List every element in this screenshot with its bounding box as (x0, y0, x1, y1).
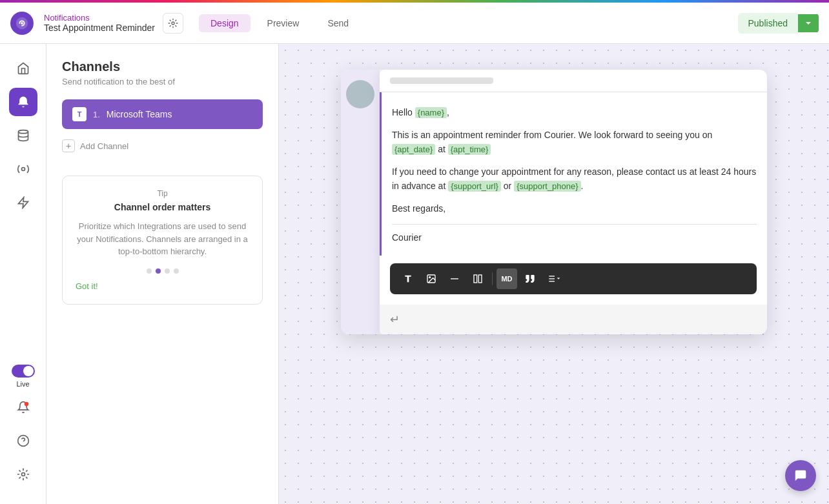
sidebar-bottom: Live (9, 365, 37, 494)
published-label[interactable]: Published (738, 13, 799, 34)
channel-name: Microsoft Teams (107, 109, 172, 119)
sidebar-item-settings[interactable] (9, 460, 37, 489)
chat-line2-mid: or (501, 181, 514, 191)
toolbar-quote-icon[interactable] (520, 268, 540, 289)
published-button[interactable]: Published (738, 13, 819, 34)
toolbar-image-icon[interactable] (421, 268, 442, 289)
var-support-phone: {support_phone} (514, 181, 580, 192)
var-apt-date: {apt_date} (392, 144, 435, 155)
svg-point-6 (24, 402, 28, 407)
got-it-button[interactable]: Got it! (76, 281, 249, 291)
svg-point-10 (429, 276, 431, 277)
tip-label: Tip (76, 189, 249, 198)
breadcrumb-child: Test Appointment Reminder (44, 23, 155, 33)
chat-card: Hello {name}, This is an appointment rem… (380, 70, 767, 334)
toolbar-divider-icon[interactable] (444, 268, 465, 289)
chat-header-bar (380, 70, 767, 92)
settings-button[interactable] (163, 13, 183, 34)
chat-line1-mid: at (435, 144, 447, 154)
tip-title: Channel order matters (76, 202, 249, 212)
svg-point-4 (21, 168, 25, 171)
tip-dot-4 (174, 268, 179, 274)
tab-design[interactable]: Design (199, 14, 251, 32)
main-tabs: Design Preview Send (199, 14, 360, 32)
microsoft-teams-channel[interactable]: T 1. Microsoft Teams (62, 99, 263, 129)
chat-line2-end: . (581, 181, 584, 191)
chat-line2: If you need to change your appointment f… (392, 165, 757, 194)
tip-dot-3 (165, 268, 170, 274)
tab-send[interactable]: Send (316, 14, 360, 32)
toolbar-separator (492, 272, 493, 285)
chat-frame: Hello {name}, This is an appointment rem… (341, 70, 767, 334)
chat-message-body[interactable]: Hello {name}, This is an appointment rem… (380, 92, 767, 256)
chat-greeting-line: Hello {name}, (392, 105, 757, 120)
sidebar-item-automations[interactable] (9, 188, 37, 217)
chat-header-placeholder (390, 77, 493, 84)
chat-line1: This is an appointment reminder from Cou… (392, 128, 757, 157)
main-canvas: Hello {name}, This is an appointment rem… (279, 44, 829, 504)
toolbar-text-icon[interactable] (398, 268, 418, 289)
toolbar-list-icon[interactable] (543, 268, 564, 289)
left-sidebar: Live (0, 44, 46, 504)
message-toolbar: MD (390, 263, 757, 294)
tip-dots (76, 268, 249, 274)
live-label: Live (16, 380, 29, 388)
svg-rect-12 (474, 275, 477, 283)
chat-support-button[interactable] (785, 460, 816, 491)
tip-card: Tip Channel order matters Prioritize whi… (62, 176, 263, 305)
logo[interactable] (10, 12, 34, 35)
chat-divider (392, 224, 757, 225)
chat-regards: Best regards, (392, 201, 757, 216)
channel-number: 1. (93, 110, 100, 119)
toolbar-markdown-icon[interactable]: MD (496, 268, 517, 289)
sidebar-item-bell[interactable] (9, 393, 37, 421)
var-name: {name} (415, 107, 447, 118)
chat-greeting-text: Hello (392, 107, 415, 117)
channels-title: Channels (62, 59, 263, 74)
toolbar-columns-icon[interactable] (467, 268, 488, 289)
add-channel-button[interactable]: + Add Channel (62, 137, 263, 155)
add-channel-plus-icon: + (62, 139, 75, 152)
sidebar-item-data[interactable] (9, 121, 37, 150)
ms-teams-icon: T (72, 107, 87, 121)
reply-icon[interactable]: ↵ (390, 312, 400, 327)
svg-rect-13 (478, 275, 482, 283)
svg-point-8 (21, 473, 25, 476)
header: Notifications Test Appointment Reminder … (0, 3, 829, 44)
chat-reply-area: ↵ (380, 305, 767, 334)
live-toggle[interactable]: Live (12, 365, 35, 388)
add-channel-label: Add Channel (80, 141, 128, 151)
breadcrumb: Notifications Test Appointment Reminder (44, 13, 155, 33)
toggle-switch[interactable] (12, 365, 35, 378)
tip-dot-2 (156, 268, 161, 274)
svg-point-2 (172, 22, 174, 25)
breadcrumb-parent[interactable]: Notifications (44, 13, 155, 23)
chat-signature: Courier (392, 232, 757, 243)
chat-avatar-column (341, 70, 380, 334)
published-caret[interactable] (798, 14, 819, 32)
var-support-url: {support_url} (448, 181, 501, 192)
main-layout: Live Channel (0, 44, 829, 504)
sidebar-item-notifications[interactable] (9, 88, 37, 116)
svg-marker-5 (18, 197, 28, 208)
channels-panel: Channels Send notification to the best o… (46, 44, 279, 504)
tip-body: Prioritize which Integrations are used t… (76, 220, 249, 258)
sidebar-item-integrations[interactable] (9, 155, 37, 183)
tip-dot-1 (147, 268, 152, 274)
svg-point-1 (21, 22, 23, 25)
var-apt-time: {apt_time} (448, 144, 491, 155)
sidebar-item-help[interactable] (9, 427, 37, 455)
channels-subtitle: Send notification to the best of (62, 77, 263, 86)
chat-line1-text: This is an appointment reminder from Cou… (392, 130, 712, 140)
avatar (346, 80, 374, 108)
tab-preview[interactable]: Preview (256, 14, 311, 32)
sidebar-item-home[interactable] (9, 54, 37, 83)
svg-point-3 (18, 130, 28, 134)
chat-frame-inner: Hello {name}, This is an appointment rem… (341, 70, 767, 334)
